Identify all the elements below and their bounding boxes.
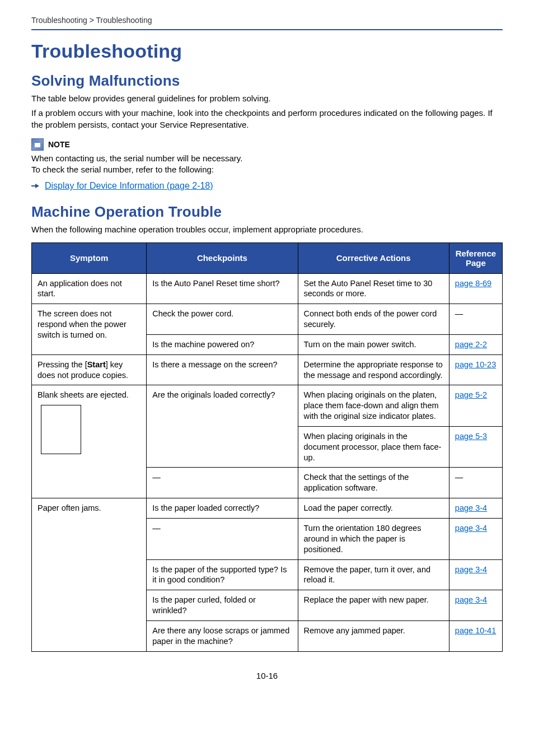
cell-action: Connect both ends of the power cord secu… (298, 304, 449, 335)
ref-link[interactable]: page 3-4 (455, 595, 487, 604)
cell-check: Check the power cord. (147, 304, 298, 335)
note-line-1: When contacting us, the serial number wi… (31, 153, 503, 164)
ref-link[interactable]: page 3-4 (455, 565, 487, 574)
cell-action: Turn the orientation 180 degrees around … (298, 519, 449, 560)
cell-action: When placing originals on the platen, pl… (298, 385, 449, 427)
cell-symptom: Pressing the [Start] key does not produc… (32, 354, 147, 385)
section-machine-trouble: Machine Operation Trouble (31, 203, 503, 221)
arrow-right-icon (31, 182, 39, 190)
page-number: 10-16 (31, 671, 503, 680)
table-row: Paper often jams. Is the paper loaded co… (32, 498, 503, 519)
svg-marker-0 (31, 184, 39, 188)
device-info-link[interactable]: Display for Device Information (page 2-1… (45, 181, 213, 191)
cell-check: Is the Auto Panel Reset time short? (147, 273, 298, 304)
cell-symptom: The screen does not respond when the pow… (32, 304, 147, 355)
ref-link[interactable]: page 10-41 (455, 626, 496, 635)
page-title: Troubleshooting (31, 40, 503, 62)
ref-link[interactable]: page 5-2 (455, 390, 487, 399)
table-row: Pressing the [Start] key does not produc… (32, 354, 503, 385)
cell-check-dash: ― (147, 519, 298, 560)
cell-symptom: Paper often jams. (32, 498, 147, 651)
intro-text-2: If a problem occurs with your machine, l… (31, 108, 503, 130)
breadcrumb: Troubleshooting > Troubleshooting (31, 16, 503, 30)
note-icon (31, 138, 44, 151)
section-solving-malfunctions: Solving Malfunctions (31, 72, 503, 90)
note-line-2: To check the serial number, refer to the… (31, 164, 503, 175)
cell-action: Remove any jammed paper. (298, 620, 449, 651)
cell-check-dash: ― (147, 468, 298, 498)
table-row: An application does not start. Is the Au… (32, 273, 503, 304)
note-label: NOTE (48, 140, 70, 149)
cell-symptom: An application does not start. (32, 273, 147, 304)
note-box: NOTE When contacting us, the serial numb… (31, 138, 503, 176)
ref-link[interactable]: page 3-4 (455, 524, 487, 533)
cell-check: Is the paper curled, folded or wrinkled? (147, 590, 298, 621)
cell-action: Remove the paper, turn it over, and relo… (298, 559, 449, 590)
trouble-table: Symptom Checkpoints Corrective Actions R… (31, 242, 503, 652)
cell-check: Is there a message on the screen? (147, 354, 298, 385)
blank-sheet-illustration (41, 405, 81, 454)
cell-symptom: Blank sheets are ejected. (32, 385, 147, 498)
table-row: The screen does not respond when the pow… (32, 304, 503, 335)
cell-check: Are there any loose scraps or jammed pap… (147, 620, 298, 651)
cell-check: Is the paper loaded correctly? (147, 498, 298, 519)
cell-action: Turn on the main power switch. (298, 334, 449, 354)
cell-action: Check that the settings of the applicati… (298, 468, 449, 498)
cell-ref-dash: ― (449, 304, 502, 335)
cell-action: Set the Auto Panel Reset time to 30 seco… (298, 273, 449, 304)
ref-link[interactable]: page 2-2 (455, 340, 487, 349)
cell-ref-dash: ― (449, 468, 502, 498)
ref-link[interactable]: page 8-69 (455, 279, 491, 288)
symptom-bold: Start (87, 360, 106, 369)
th-symptom: Symptom (32, 242, 147, 273)
table-row: Blank sheets are ejected. Are the origin… (32, 385, 503, 427)
ref-link[interactable]: page 3-4 (455, 503, 487, 512)
cell-action: Replace the paper with new paper. (298, 590, 449, 621)
cell-check: Is the machine powered on? (147, 334, 298, 354)
th-checkpoints: Checkpoints (147, 242, 298, 273)
ref-link[interactable]: page 10-23 (455, 360, 496, 369)
machine-intro-text: When the following machine operation tro… (31, 224, 503, 235)
cell-check: Is the paper of the supported type? Is i… (147, 559, 298, 590)
cell-check: Are the originals loaded correctly? (147, 385, 298, 468)
ref-link[interactable]: page 5-3 (455, 432, 487, 441)
th-reference: Reference Page (449, 242, 502, 273)
intro-text-1: The table below provides general guideli… (31, 93, 503, 104)
cell-action: Determine the appropriate response to th… (298, 354, 449, 385)
th-actions: Corrective Actions (298, 242, 449, 273)
cell-action: Load the paper correctly. (298, 498, 449, 519)
cell-action: When placing originals in the document p… (298, 426, 449, 468)
symptom-prefix: Pressing the [ (38, 360, 87, 369)
symptom-text: Blank sheets are ejected. (38, 390, 129, 399)
